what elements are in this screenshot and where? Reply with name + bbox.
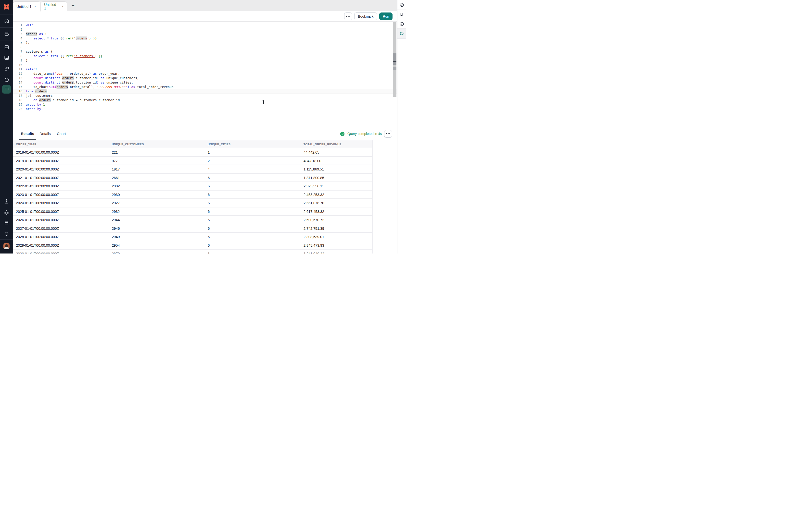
windows-icon (4, 66, 9, 71)
table-row[interactable]: 2022-01-01T00:00:00.000Z290262,325,556.1… (13, 182, 372, 190)
line-number: 10 (13, 63, 22, 67)
editor-scrollbar[interactable] (393, 22, 397, 97)
editor-line[interactable]: 20order by 1 (13, 107, 397, 111)
editor-line[interactable]: 14 count(distinct orders.location_id) as… (13, 80, 397, 85)
line-number: 2 (13, 27, 22, 32)
table-cell: 2879 (112, 249, 120, 253)
editor-line[interactable]: 6 (13, 45, 397, 50)
table-row[interactable]: 2026-01-01T00:00:00.000Z294462,690,570.7… (13, 216, 372, 224)
editor-line[interactable]: 1with (13, 23, 397, 27)
table-cell: 2954 (112, 241, 120, 250)
editor-line[interactable]: 8 select * from {{ ref('customers') }} (13, 54, 397, 58)
code-text: on orders.customer_id = customers.custom… (26, 98, 120, 102)
sidebar-item-dashboards[interactable] (0, 42, 13, 53)
table-cell: 2,690,570.72 (304, 216, 324, 224)
sidebar-item-apps[interactable] (0, 63, 13, 74)
sidebar-item-inbox[interactable] (0, 29, 13, 39)
column-header[interactable]: TOTAL_ORDER_REVENUE (304, 140, 342, 148)
user-avatar[interactable] (3, 243, 9, 249)
line-number: 13 (13, 76, 22, 80)
results-tab-chart[interactable]: Chart (57, 127, 66, 140)
editor-line[interactable]: 18 on orders.customer_id = customers.cus… (13, 98, 397, 102)
code-text: date_trunc('year', ordered_at) as order_… (26, 72, 120, 75)
line-number: 15 (13, 85, 22, 89)
sidebar-item-support[interactable] (0, 207, 13, 218)
editor-line[interactable]: 3orders as ( (13, 32, 397, 36)
table-row[interactable]: 2018-01-01T00:00:00.000Z221144,442.65 (13, 148, 372, 157)
scrollbar-thumb[interactable] (393, 53, 397, 61)
results-table-body: 2018-01-01T00:00:00.000Z221144,442.65201… (13, 148, 373, 253)
table-cell: 2026-01-01T00:00:00.000Z (16, 216, 59, 224)
sidebar-item-home[interactable] (0, 15, 13, 26)
line-number: 20 (13, 107, 22, 111)
sidebar-item-org[interactable] (0, 228, 13, 239)
main-area: Untitled 1 × Untitled 1 × + Bookmark Run… (13, 0, 397, 253)
table-row[interactable]: 2030-01-01T00:00:00.000Z287961,841,049.3… (13, 249, 372, 253)
table-cell: 2944 (112, 216, 120, 224)
editor-line[interactable]: 9) (13, 58, 397, 63)
file-tab-label: Untitled 1 (44, 3, 59, 10)
sidebar-item-develop[interactable] (0, 52, 13, 63)
editor-line[interactable]: 11select (13, 67, 397, 71)
results-tab-results[interactable]: Results (21, 127, 34, 140)
close-icon[interactable]: × (34, 5, 36, 8)
column-header[interactable]: UNIQUE_CUSTOMERS (112, 140, 144, 148)
rail-item-explore[interactable] (397, 0, 406, 10)
rail-item-bookmarks[interactable] (397, 10, 406, 19)
table-cell: 2,453,253.32 (304, 190, 324, 199)
more-options-button[interactable] (344, 12, 352, 20)
table-cell: 6 (208, 216, 210, 224)
results-more-button[interactable] (384, 130, 392, 138)
table-cell: 2,325,556.11 (304, 182, 324, 190)
editor-line[interactable]: 19group by 1 (13, 102, 397, 107)
column-header[interactable]: UNIQUE_CITIES (208, 140, 231, 148)
table-row[interactable]: 2024-01-01T00:00:00.000Z292762,551,076.7… (13, 199, 372, 208)
close-icon[interactable]: × (62, 5, 64, 8)
table-cell: 1,115,869.51 (304, 165, 324, 174)
table-cell: 6 (208, 249, 210, 253)
line-number: 9 (13, 58, 22, 63)
rail-item-history[interactable] (397, 19, 406, 29)
table-cell: 6 (208, 241, 210, 250)
sidebar-item-docs[interactable] (0, 218, 13, 228)
editor-line[interactable]: 7customers as ( (13, 50, 397, 54)
editor-line[interactable]: 5), (13, 41, 397, 45)
table-cell: 6 (208, 174, 210, 182)
bookmark-button[interactable]: Bookmark (354, 12, 377, 20)
code-text: select * from {{ ref('orders') }} (26, 37, 97, 40)
code-text: ) (26, 59, 28, 62)
sql-editor[interactable]: 1with23orders as (4 select * from {{ ref… (13, 21, 397, 127)
line-number: 19 (13, 102, 22, 107)
table-row[interactable]: 2029-01-01T00:00:00.000Z295462,845,473.9… (13, 241, 372, 250)
file-tab-1[interactable]: Untitled 1 × (13, 1, 41, 11)
sidebar-item-tasks[interactable] (0, 196, 13, 207)
table-row[interactable]: 2021-01-01T00:00:00.000Z266161,871,800.8… (13, 174, 372, 182)
editor-line[interactable]: 10 (13, 63, 397, 67)
column-header[interactable]: ORDER_YEAR (16, 140, 37, 148)
table-row[interactable]: 2025-01-01T00:00:00.000Z293262,617,453.3… (13, 208, 372, 216)
editor-line[interactable]: 4 select * from {{ ref('orders') }} (13, 36, 397, 41)
editor-line[interactable]: 15 to_char(sum(orders.order_total), '999… (13, 85, 397, 89)
file-tab-2-active[interactable]: Untitled 1 × (41, 1, 67, 11)
rail-item-ai-assistant[interactable] (397, 29, 406, 39)
editor-line[interactable]: 12 date_trunc('year', ordered_at) as ord… (13, 71, 397, 76)
table-row[interactable]: 2028-01-01T00:00:00.000Z294962,808,539.0… (13, 233, 372, 241)
clipboard-icon (4, 199, 9, 204)
results-tab-details[interactable]: Details (40, 127, 51, 140)
table-row[interactable]: 2019-01-01T00:00:00.000Z9772494,818.00 (13, 157, 372, 165)
new-tab-button[interactable]: + (70, 2, 76, 9)
scrollbar-marker (393, 62, 397, 65)
table-row[interactable]: 2027-01-01T00:00:00.000Z294662,742,751.3… (13, 224, 372, 233)
table-row[interactable]: 2023-01-01T00:00:00.000Z293062,453,253.3… (13, 190, 372, 199)
editor-line[interactable]: 16from orders (13, 89, 397, 94)
line-number: 3 (13, 32, 22, 36)
code-text: count(distinct orders.location_id) as un… (26, 80, 133, 84)
sidebar-item-explore[interactable] (0, 74, 13, 85)
table-row[interactable]: 2020-01-01T00:00:00.000Z191741,115,869.5… (13, 165, 372, 174)
editor-line[interactable]: 2 (13, 27, 397, 32)
sidebar-item-studio-active[interactable] (2, 85, 11, 94)
compass-icon (399, 2, 404, 7)
run-button[interactable]: Run (379, 12, 393, 20)
editor-line[interactable]: 17join customers (13, 94, 397, 98)
editor-line[interactable]: 13 count(distinct orders.customer_id) as… (13, 76, 397, 80)
